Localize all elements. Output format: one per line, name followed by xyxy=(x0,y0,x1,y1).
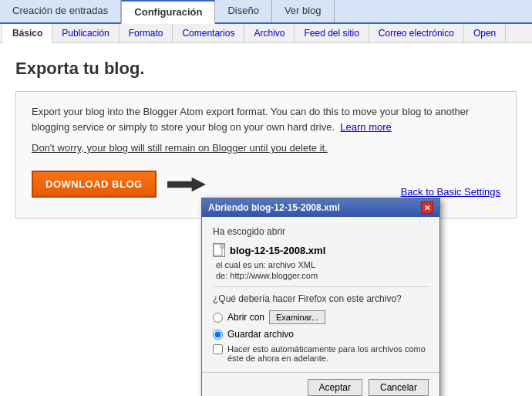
sub-nav-item-feedsitio[interactable]: Feed del sitio xyxy=(295,24,369,42)
top-nav-item-creacion[interactable]: Creación de entradas xyxy=(0,0,121,22)
back-to-basic-settings-link[interactable]: Back to Basic Settings xyxy=(401,186,500,198)
dialog-subtitle: Ha escogido abrir xyxy=(213,226,429,237)
dialog-footer: Aceptar Cancelar xyxy=(202,372,439,396)
arrow-icon xyxy=(167,177,206,192)
dialog-type-info: el cual es un: archivo XML xyxy=(213,260,429,269)
top-nav: Creación de entradas Configuración Diseñ… xyxy=(0,0,532,24)
xml-file-icon xyxy=(214,244,224,256)
top-nav-item-diseno[interactable]: Diseño xyxy=(215,0,271,22)
file-icon xyxy=(213,243,225,257)
radio-open[interactable] xyxy=(213,313,223,323)
svg-rect-3 xyxy=(221,244,224,248)
download-left: DOWNLOAD BLOG xyxy=(32,171,206,198)
cancel-button[interactable]: Cancelar xyxy=(369,379,429,396)
dialog-filename: blog-12-15-2008.xml xyxy=(213,243,429,257)
dialog-question: ¿Qué debería hacer Firefox con este arch… xyxy=(213,293,429,304)
dont-worry-text: Don't worry, your blog will still remain… xyxy=(32,142,328,154)
learn-more-link[interactable]: Learn more xyxy=(340,121,391,133)
radio-save-row: Guardar archivo xyxy=(213,329,429,340)
info-text: Export your blog into the Blogger Atom e… xyxy=(32,104,500,134)
sub-nav-item-archivo[interactable]: Archivo xyxy=(244,24,295,42)
radio-open-row: Abrir con Examinar... xyxy=(213,310,429,324)
download-blog-button[interactable]: DOWNLOAD BLOG xyxy=(32,171,157,198)
dialog-titlebar: Abriendo blog-12-15-2008.xml ✕ xyxy=(202,198,439,217)
dialog-title: Abriendo blog-12-15-2008.xml xyxy=(208,202,340,213)
examinar-button[interactable]: Examinar... xyxy=(269,310,325,324)
dialog-close-button[interactable]: ✕ xyxy=(421,201,433,214)
arrow-svg xyxy=(167,177,206,192)
top-nav-item-verblog[interactable]: Ver blog xyxy=(272,0,335,22)
auto-checkbox-label: Hacer esto automáticamente para los arch… xyxy=(227,344,429,363)
accept-button[interactable]: Aceptar xyxy=(308,379,362,396)
radio-save[interactable] xyxy=(213,330,223,340)
filename-text: blog-12-15-2008.xml xyxy=(230,245,325,256)
dialog-divider xyxy=(213,286,429,287)
auto-checkbox[interactable] xyxy=(213,344,223,354)
page-title: Exporta tu blog. xyxy=(15,59,517,79)
file-open-dialog: Abriendo blog-12-15-2008.xml ✕ Ha escogi… xyxy=(201,198,440,396)
main-content: Exporta tu blog. Export your blog into t… xyxy=(0,43,532,218)
sub-nav-item-basico[interactable]: Básico xyxy=(3,24,52,43)
download-row: DOWNLOAD BLOG Back to Basic Settings xyxy=(32,171,500,198)
sub-nav-item-formato[interactable]: Formato xyxy=(120,24,173,42)
sub-nav-item-publicacion[interactable]: Publicación xyxy=(52,24,119,42)
sub-nav: Básico Publicación Formato Comentarios A… xyxy=(0,24,532,43)
sub-nav-item-open[interactable]: Open xyxy=(464,24,506,42)
sub-nav-item-comentarios[interactable]: Comentarios xyxy=(173,24,244,42)
dialog-from-info: de: http://www.blogger.com xyxy=(213,271,429,280)
checkbox-auto-row: Hacer esto automáticamente para los arch… xyxy=(213,344,429,363)
top-nav-item-configuracion[interactable]: Configuración xyxy=(121,0,215,24)
sub-nav-item-correo[interactable]: Correo electrónico xyxy=(369,24,464,42)
radio-save-label: Guardar archivo xyxy=(227,329,294,340)
dialog-body: Ha escogido abrir blog-12-15-2008.xml el… xyxy=(202,217,439,372)
info-box: Export your blog into the Blogger Atom e… xyxy=(15,91,517,218)
svg-marker-0 xyxy=(167,177,206,191)
radio-open-label: Abrir con xyxy=(227,312,264,323)
